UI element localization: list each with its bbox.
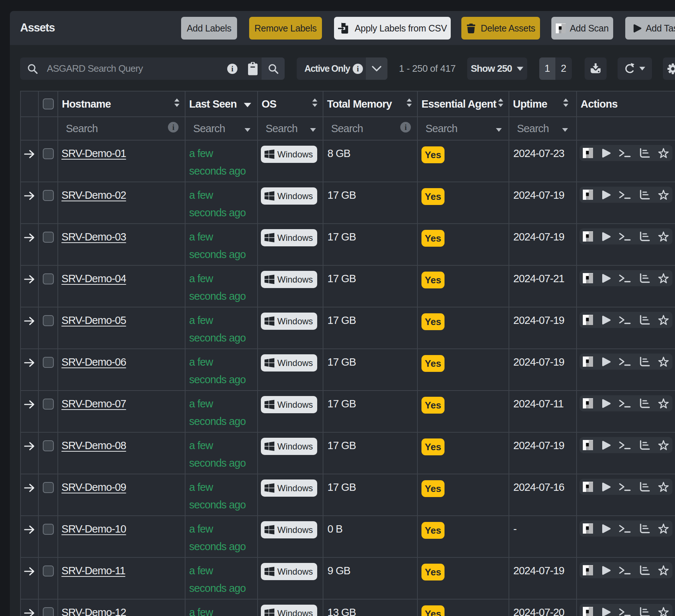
svg-text:i: i [357,65,359,73]
svg-text:i: i [231,65,233,73]
